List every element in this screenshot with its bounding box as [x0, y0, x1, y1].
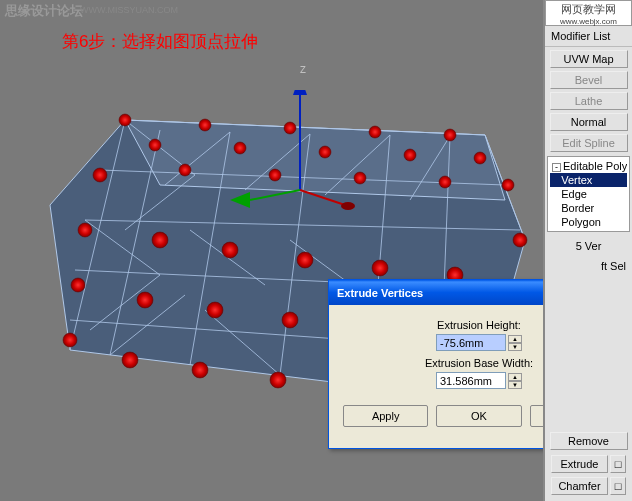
instruction-text: 第6步：选择如图顶点拉伸: [62, 30, 258, 53]
modifier-stack[interactable]: -Editable Poly Vertex Edge Border Polygo…: [547, 156, 630, 232]
svg-point-29: [369, 126, 381, 138]
svg-point-52: [282, 312, 298, 328]
tree-vertex[interactable]: Vertex: [550, 173, 627, 187]
svg-point-37: [269, 169, 281, 181]
svg-point-53: [270, 372, 286, 388]
svg-point-30: [444, 129, 456, 141]
svg-point-45: [152, 232, 168, 248]
svg-point-31: [149, 139, 161, 151]
edit-spline-button[interactable]: Edit Spline: [550, 134, 628, 152]
svg-point-27: [199, 119, 211, 131]
svg-point-32: [234, 142, 246, 154]
svg-point-33: [319, 146, 331, 158]
svg-point-39: [439, 176, 451, 188]
uvw-map-button[interactable]: UVW Map: [550, 50, 628, 68]
extrusion-height-input[interactable]: [436, 334, 506, 351]
svg-point-28: [284, 122, 296, 134]
chamfer-settings-button[interactable]: □: [610, 477, 626, 495]
normal-button[interactable]: Normal: [550, 113, 628, 131]
svg-point-41: [93, 168, 107, 182]
svg-point-38: [354, 172, 366, 184]
modifier-panel: 网页教学网 www.webjx.com Modifier List UVW Ma…: [543, 0, 632, 501]
svg-point-42: [78, 223, 92, 237]
svg-point-54: [372, 260, 388, 276]
ok-button[interactable]: OK: [436, 405, 521, 427]
svg-point-46: [137, 292, 153, 308]
svg-point-34: [404, 149, 416, 161]
svg-point-40: [502, 179, 514, 191]
apply-button[interactable]: Apply: [343, 405, 428, 427]
extrude-button[interactable]: Extrude: [551, 455, 608, 473]
vertex-count: 5 Ver: [545, 236, 632, 256]
svg-point-48: [222, 242, 238, 258]
svg-point-44: [63, 333, 77, 347]
dialog-title-text: Extrude Vertices: [337, 287, 423, 299]
bevel-button[interactable]: Bevel: [550, 71, 628, 89]
svg-point-47: [122, 352, 138, 368]
modifier-list-label[interactable]: Modifier List: [545, 26, 632, 47]
svg-point-59: [513, 233, 527, 247]
axis-z-label: z: [300, 62, 306, 76]
lathe-button[interactable]: Lathe: [550, 92, 628, 110]
tree-editable-poly[interactable]: -Editable Poly: [550, 159, 627, 173]
tree-border[interactable]: Border: [550, 201, 627, 215]
remove-button[interactable]: Remove: [550, 432, 628, 450]
height-spinner[interactable]: ▲▼: [508, 335, 522, 351]
svg-point-26: [119, 114, 131, 126]
watermark-url: WWW.MISSYUAN.COM: [80, 5, 178, 15]
tree-polygon[interactable]: Polygon: [550, 215, 627, 229]
svg-point-43: [71, 278, 85, 292]
soft-sel-label: ft Sel: [545, 256, 632, 276]
chamfer-button[interactable]: Chamfer: [551, 477, 608, 495]
extrude-settings-button[interactable]: □: [610, 455, 626, 473]
svg-point-62: [341, 202, 355, 210]
width-spinner[interactable]: ▲▼: [508, 373, 522, 389]
extrusion-width-input[interactable]: [436, 372, 506, 389]
svg-point-36: [179, 164, 191, 176]
tree-edge[interactable]: Edge: [550, 187, 627, 201]
svg-point-35: [474, 152, 486, 164]
watermark-forum: 思缘设计论坛: [5, 2, 83, 20]
gizmo-z-axis: [293, 90, 307, 95]
svg-point-50: [192, 362, 208, 378]
watermark-right: 网页教学网 www.webjx.com: [545, 0, 632, 26]
svg-point-49: [207, 302, 223, 318]
svg-point-51: [297, 252, 313, 268]
